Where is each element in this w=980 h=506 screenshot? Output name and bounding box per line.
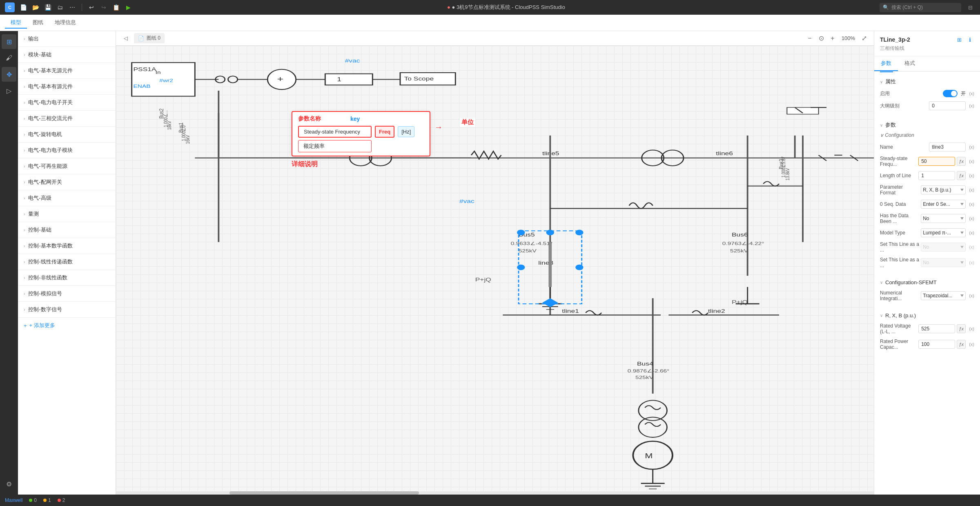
search-box[interactable]: 🔍 搜索 (Ctrl + Q) [880,3,961,12]
set-line-1-select[interactable]: No [921,243,966,252]
sidebar-paint-icon[interactable]: 🖌 [2,51,16,65]
group-ctrl-nl-header[interactable]: › 控制-非线性函数 [18,270,116,285]
sidebar-cursor-icon[interactable]: ✥ [2,67,16,82]
tab-diagram[interactable]: 图纸 [27,17,49,29]
save-button[interactable]: 💾 [43,3,52,12]
scrollbar-thumb[interactable] [229,491,419,495]
rated-voltage-x-marker: (x) [969,326,974,331]
run-button[interactable]: ▶ [124,3,133,12]
sidebar-play-icon[interactable]: ▷ [2,83,16,98]
tab-geo[interactable]: 地理信息 [49,17,82,29]
group-elec-active-header[interactable]: › 电气-基本有源元件 [18,79,116,94]
rated-freq-field[interactable]: 额定频率 [298,140,372,152]
zoom-fit-button[interactable]: ⊙ [816,33,826,43]
window-controls[interactable]: ⊟ [965,2,975,12]
zoom-out-button[interactable]: − [805,33,815,43]
name-x-marker: (x) [969,145,974,149]
group-elec-switch: › 电气-电力电子开关 [18,95,116,111]
rated-power-fx-button[interactable]: ƒx [957,340,966,349]
steady-freq-fx-button[interactable]: ƒx [957,157,966,166]
canvas-tab[interactable]: 📄 图纸 0 [134,33,165,43]
prop-model-type: Model Type Lumped π-... (x) [874,226,980,239]
outline-level-input[interactable] [929,101,966,110]
svg-rect-12 [325,74,372,85]
open-folder-button[interactable]: 📂 [31,3,40,12]
model-type-select[interactable]: Lumped π-... [921,228,966,237]
tab-format[interactable]: 格式 [898,56,922,71]
line-length-input[interactable] [918,171,955,180]
group-elec-renewable-header[interactable]: › 电气-可再生能源 [18,158,116,174]
0-seq-data-select[interactable]: Enter 0 Se... [921,200,966,209]
group-elec-switch-header[interactable]: › 电气-电力电子开关 [18,95,116,110]
svg-text:16kV: 16kV [184,135,190,144]
rated-voltage-input[interactable] [918,324,955,333]
new-file-button[interactable]: 📄 [19,3,28,12]
more-button[interactable]: ⋯ [68,3,77,12]
group-elec-passive-header[interactable]: › 电气-基本无源元件 [18,63,116,78]
group-elec-power-header[interactable]: › 电气-电力电子模块 [18,143,116,158]
rated-freq-text: 额定频率 [303,143,325,149]
component-panel: › 输出 › 模块-基础 › 电气-基本无源元件 › 电气-基本有源元件 › [18,31,116,495]
prop-name-label: Name [880,144,927,150]
add-more-button[interactable]: + + 添加更多 [18,318,116,333]
prop-rated-power-label: Rated Power Capac... [880,339,917,350]
arrow-icon: › [24,53,25,57]
section-rxb-header[interactable]: ∨ R, X, B (p.u.) [874,310,980,321]
panel-link-icon[interactable]: ⊞ [955,35,964,44]
group-elec-3phase-label: 电气-三相交流元件 [28,115,72,122]
enabled-toggle[interactable] [943,90,958,97]
steady-freq-input[interactable] [918,157,955,166]
group-ctrl-math-header[interactable]: › 控制-基本数学函数 [18,238,116,254]
rated-power-input[interactable] [918,340,955,349]
prop-set-line-1-value: No [921,243,966,252]
rated-voltage-fx-button[interactable]: ƒx [957,324,966,333]
undo-button[interactable]: ↩ [87,3,96,12]
set-line-2-select[interactable]: No [921,258,966,267]
group-ctrl-analog-header[interactable]: › 控制-模拟信号 [18,286,116,301]
panel-info-icon[interactable]: ℹ [965,35,974,44]
section-sfemt-header[interactable]: ∨ Configuration-SFEMT [874,277,980,288]
name-input[interactable] [929,143,966,152]
svg-text:0.9633∠-4.51°: 0.9633∠-4.51° [511,241,553,246]
has-data-select[interactable]: No [921,214,966,223]
sidebar-settings-icon[interactable]: ⚙ [2,477,16,491]
svg-rect-18 [787,107,818,114]
group-ctrl-tf-header[interactable]: › 控制-线性传递函数 [18,254,116,270]
group-elec-adv-label: 电气-高级 [28,194,51,202]
warning-dot-icon [43,499,47,502]
component-name: TLine_3p-2 [880,36,910,43]
num-integration-select[interactable]: Trapezoidal... [921,291,966,300]
group-elec-motor-header[interactable]: › 电气-旋转电机 [18,127,116,142]
sidebar-model-icon[interactable]: ⊞ [2,34,16,49]
group-elec-3phase-header[interactable]: › 电气-三相交流元件 [18,111,116,126]
section-params-header[interactable]: ∨ 参数 [874,119,980,131]
tab-model[interactable]: 模型 [5,17,27,29]
group-measure-header[interactable]: › 量测 [18,206,116,222]
horizontal-scrollbar[interactable] [116,491,874,495]
group-elec-3phase: › 电气-三相交流元件 [18,111,116,127]
group-elec-dist-header[interactable]: › 电气-配网开关 [18,174,116,190]
steady-state-freq-field[interactable]: Steady-state Frequency [298,126,372,138]
save-all-button[interactable]: 🗂 [56,3,65,12]
prop-outline-value [929,101,966,110]
redo-button[interactable]: ↪ [99,3,108,12]
status-badge-error: 2 [58,497,65,503]
zoom-in-button[interactable]: + [828,33,837,43]
section-attributes-header[interactable]: ∨ 属性 [874,76,980,88]
canvas-area: ◁ 📄 图纸 0 − ⊙ + 100% ⤢ PSS1A In ENAB [116,31,874,495]
param-format-select[interactable]: R, X, B (p.u.) [921,185,966,194]
canvas-nav-back[interactable]: ◁ [121,33,131,43]
group-ctrl-digital-header[interactable]: › 控制-数字信号 [18,302,116,317]
prop-enabled-value: 开 [943,90,966,97]
canvas-content[interactable]: PSS1A In ENAB #wr2 + 1 #vac [116,46,874,495]
line-length-fx-button[interactable]: ƒx [957,171,966,180]
svg-text:Bus4: Bus4 [637,361,653,367]
clipboard-button[interactable]: 📋 [111,3,120,12]
tab-params[interactable]: 参数 [874,56,898,71]
zoom-expand-button[interactable]: ⤢ [859,33,869,43]
group-module-basic-header[interactable]: › 模块-基础 [18,47,116,62]
group-output-header[interactable]: › 输出 [18,31,116,47]
0-seq-x-marker: (x) [969,202,974,207]
group-ctrl-basic-header[interactable]: › 控制-基础 [18,222,116,238]
group-elec-adv-header[interactable]: › 电气-高级 [18,190,116,206]
